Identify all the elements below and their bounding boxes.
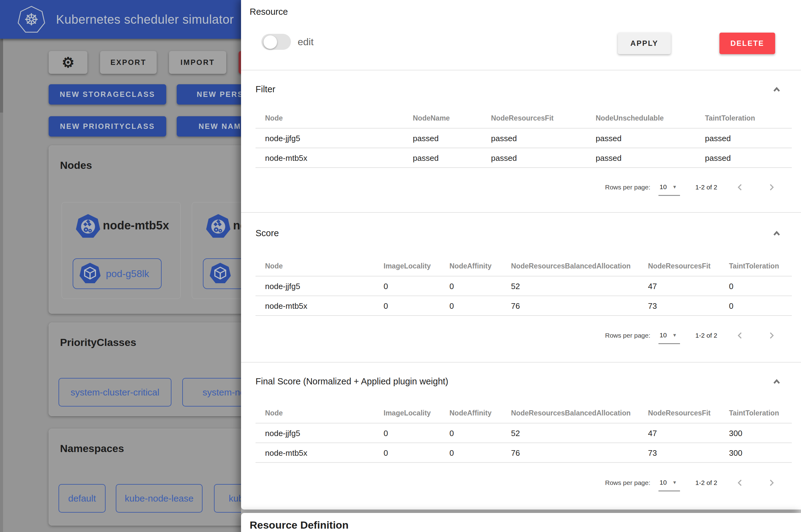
cell: passed xyxy=(491,129,517,148)
cell: 52 xyxy=(511,423,520,443)
pod-name: pod-g58lk xyxy=(106,268,149,280)
table-header-row: Node ImageLocality NodeAffinity NodeReso… xyxy=(255,396,792,423)
apply-button[interactable]: APPLY xyxy=(618,33,671,54)
cell: 0 xyxy=(450,423,454,443)
cell: passed xyxy=(705,148,731,168)
table-row: node-jjfg5 0 0 52 47 0 xyxy=(255,277,792,296)
cell: passed xyxy=(596,148,621,168)
prev-page-button[interactable] xyxy=(733,329,747,342)
cell: 73 xyxy=(648,443,657,463)
next-page-button[interactable] xyxy=(765,329,778,342)
final-score-collapse-button[interactable] xyxy=(770,376,783,389)
next-page-button[interactable] xyxy=(765,180,778,194)
column-header: TaintToleration xyxy=(729,262,779,270)
rows-per-page-select[interactable]: 10 ▼ xyxy=(658,327,680,344)
next-page-button[interactable] xyxy=(765,476,778,490)
cell: 0 xyxy=(729,296,733,316)
prev-page-button[interactable] xyxy=(733,476,747,490)
cell: 0 xyxy=(729,277,733,296)
dropdown-arrow-icon: ▼ xyxy=(672,332,677,338)
resource-definition-card: Resource Definition xyxy=(241,513,801,532)
namespace-chip[interactable]: kube-node-lease xyxy=(116,484,203,513)
cell: 76 xyxy=(511,296,520,316)
cell: passed xyxy=(491,148,517,168)
column-header: Node xyxy=(265,262,283,270)
cell: node-mtb5x xyxy=(265,443,307,463)
cell: node-jjfg5 xyxy=(265,277,300,296)
column-header: Node xyxy=(265,409,283,417)
gear-icon: ⚙ xyxy=(61,55,74,70)
cell: 0 xyxy=(450,443,454,463)
score-section-title: Score xyxy=(255,228,279,238)
final-score-pagination: Rows per page: 10 ▼ 1-2 of 2 xyxy=(255,472,792,493)
nodes-title: Nodes xyxy=(60,159,92,171)
rows-per-page-select[interactable]: 10 ▼ xyxy=(658,474,680,491)
cell: 52 xyxy=(511,277,520,296)
cell: node-mtb5x xyxy=(265,296,307,316)
page-range: 1-2 of 2 xyxy=(695,184,717,191)
cell: node-jjfg5 xyxy=(265,423,300,443)
column-header: NodeResourcesBalancedAllocation xyxy=(511,409,631,417)
table-row: node-jjfg5 passed passed passed passed xyxy=(255,129,792,148)
cell: 0 xyxy=(384,277,388,296)
dropdown-arrow-icon: ▼ xyxy=(672,480,677,485)
app-title: Kubernetes scheduler simulator xyxy=(56,13,234,26)
filter-pagination: Rows per page: 10 ▼ 1-2 of 2 xyxy=(255,177,792,198)
column-header: NodeUnschedulable xyxy=(596,114,664,122)
resource-drawer: Resource edit APPLY DELETE Filter Node N… xyxy=(241,0,801,532)
cell: 76 xyxy=(511,443,520,463)
divider xyxy=(241,212,801,213)
page-scrollbar-thumb[interactable] xyxy=(0,39,3,113)
resource-definition-title: Resource Definition xyxy=(250,519,348,531)
cell: 73 xyxy=(648,296,657,316)
filter-table: Node NodeName NodeResourcesFit NodeUnsch… xyxy=(255,110,792,168)
namespace-chip[interactable]: default xyxy=(58,484,106,513)
import-button[interactable]: IMPORT xyxy=(169,51,226,74)
cell: 0 xyxy=(384,423,388,443)
edit-toggle-knob[interactable] xyxy=(263,35,277,49)
column-header: NodeName xyxy=(413,114,450,122)
new-priorityclass-button[interactable]: NEW PRIORITYCLASS xyxy=(49,116,166,136)
column-header: TaintToleration xyxy=(729,409,779,417)
filter-collapse-button[interactable] xyxy=(770,84,783,97)
settings-button[interactable]: ⚙ xyxy=(49,51,87,74)
dropdown-arrow-icon: ▼ xyxy=(672,184,677,189)
column-header: NodeResourcesFit xyxy=(491,114,553,122)
rows-per-page-label: Rows per page: xyxy=(605,479,650,487)
page-range: 1-2 of 2 xyxy=(695,332,717,339)
priorityclasses-panel: PriorityClasses system-cluster-critical … xyxy=(49,323,264,416)
node-name: node-mtb5x xyxy=(103,215,169,236)
kubernetes-logo-icon: ☸ xyxy=(17,5,45,34)
table-row: node-mtb5x 0 0 76 73 300 xyxy=(255,443,792,463)
final-score-table: Node ImageLocality NodeAffinity NodeReso… xyxy=(255,396,792,463)
pod-icon xyxy=(209,261,232,286)
cell: 300 xyxy=(729,443,742,463)
chevron-up-icon xyxy=(771,228,783,241)
prev-page-button[interactable] xyxy=(733,180,747,194)
column-header: ImageLocality xyxy=(384,262,431,270)
nodes-panel: Nodes node-mtb5x xyxy=(49,146,264,314)
column-header: NodeResourcesFit xyxy=(648,409,710,417)
column-header: NodeAffinity xyxy=(450,409,492,417)
rows-per-page-select[interactable]: 10 ▼ xyxy=(658,179,680,196)
page-scrollbar-track[interactable] xyxy=(0,39,3,532)
pod-chip[interactable]: pod-g58lk xyxy=(73,258,162,289)
page-range: 1-2 of 2 xyxy=(695,479,717,487)
final-score-section-title: Final Score (Normalized + Applied plugin… xyxy=(255,376,448,386)
export-button[interactable]: EXPORT xyxy=(100,51,157,74)
new-storageclass-button[interactable]: NEW STORAGECLASS xyxy=(49,84,166,104)
cell: passed xyxy=(413,148,439,168)
node-card[interactable]: node-mtb5x pod-g58lk xyxy=(61,202,181,299)
priorityclass-chip[interactable]: system-cluster-critical xyxy=(58,378,171,406)
table-header-row: Node NodeName NodeResourcesFit NodeUnsch… xyxy=(255,110,792,129)
cell: 47 xyxy=(648,423,657,443)
column-header: Node xyxy=(265,114,283,122)
cell: 0 xyxy=(384,443,388,463)
score-collapse-button[interactable] xyxy=(770,228,783,241)
score-table: Node ImageLocality NodeAffinity NodeReso… xyxy=(255,249,792,316)
pod-icon xyxy=(79,261,101,286)
delete-button[interactable]: DELETE xyxy=(720,33,775,54)
resource-detail-card: Resource edit APPLY DELETE Filter Node N… xyxy=(241,0,801,510)
cell: 47 xyxy=(648,277,657,296)
cell: 300 xyxy=(729,423,742,443)
